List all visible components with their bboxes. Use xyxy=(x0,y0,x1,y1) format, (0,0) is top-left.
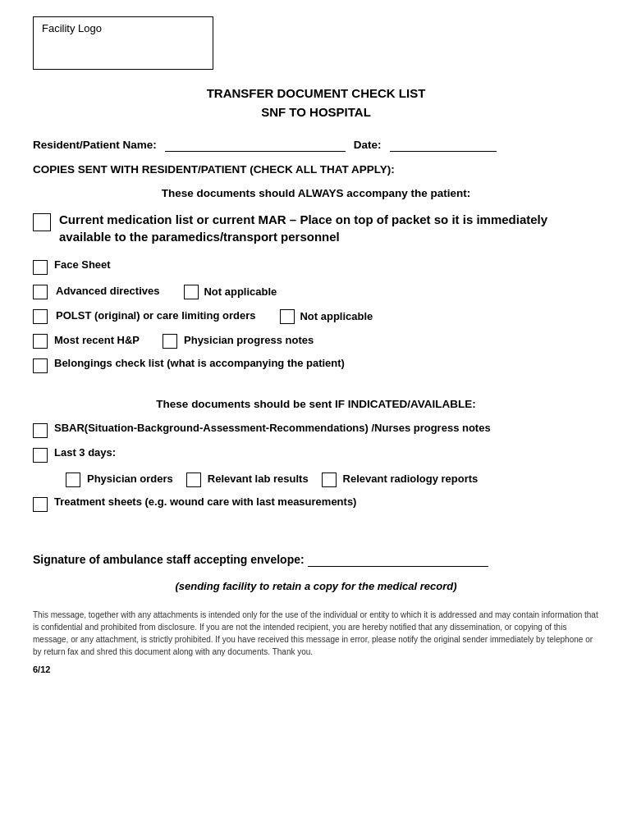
sending-note: (sending facility to retain a copy for t… xyxy=(33,580,599,592)
last3-label: Last 3 days: xyxy=(54,446,116,460)
facility-logo-label: Facility Logo xyxy=(42,22,102,34)
advanced-directives-row: Advanced directives Not applicable xyxy=(33,283,599,299)
physician-orders-checkbox[interactable] xyxy=(66,472,80,487)
facility-logo-box: Facility Logo xyxy=(33,16,213,70)
sub-title: SNF TO HOSPITAL xyxy=(33,105,599,119)
last3-row: Last 3 days: xyxy=(33,446,599,463)
last3-checkbox[interactable] xyxy=(33,448,48,463)
copies-heading: COPIES SENT WITH RESIDENT/PATIENT (CHECK… xyxy=(33,163,599,176)
advanced-directives-na-group: Not applicable xyxy=(184,283,277,299)
date-field[interactable] xyxy=(390,139,497,152)
physician-orders-row: Physician orders Relevant lab results Re… xyxy=(66,471,599,487)
hp-row: Most recent H&P Physician progress notes xyxy=(33,332,599,349)
sbar-label: SBAR(Situation-Background-Assessment-Rec… xyxy=(54,422,491,436)
polst-checkbox[interactable] xyxy=(33,309,48,324)
physician-notes-checkbox[interactable] xyxy=(163,334,177,349)
face-sheet-row: Face Sheet xyxy=(33,258,599,275)
date-label: Date: xyxy=(354,139,382,151)
belongings-label: Belongings check list (what is accompany… xyxy=(54,357,345,371)
main-title: TRANSFER DOCUMENT CHECK LIST xyxy=(33,86,599,100)
lab-results-checkbox[interactable] xyxy=(186,472,201,487)
patient-name-label: Resident/Patient Name: xyxy=(33,139,157,151)
belongings-checkbox[interactable] xyxy=(33,358,48,373)
polst-na-label: Not applicable xyxy=(300,310,373,322)
current-med-label: Current medication list or current MAR –… xyxy=(59,211,599,245)
signature-section: Signature of ambulance staff accepting e… xyxy=(33,553,599,592)
indicated-note: These documents should be sent IF INDICA… xyxy=(33,398,599,410)
radiology-label: Relevant radiology reports xyxy=(343,472,479,486)
signature-field[interactable] xyxy=(308,553,488,567)
current-med-row: Current medication list or current MAR –… xyxy=(33,211,599,245)
polst-label: POLST (original) or care limiting orders xyxy=(56,309,255,323)
physician-orders-label: Physician orders xyxy=(87,472,173,486)
patient-name-field[interactable] xyxy=(165,139,346,152)
lab-results-label: Relevant lab results xyxy=(208,472,309,486)
face-sheet-label: Face Sheet xyxy=(54,258,111,272)
polst-na-group: Not applicable xyxy=(280,308,373,324)
polst-row: POLST (original) or care limiting orders… xyxy=(33,308,599,324)
advanced-directives-label: Advanced directives xyxy=(56,285,159,299)
treatment-label: Treatment sheets (e.g. wound care with l… xyxy=(54,495,356,509)
advanced-directives-na-label: Not applicable xyxy=(204,285,277,298)
advanced-directives-na-checkbox[interactable] xyxy=(184,285,199,299)
polst-na-checkbox[interactable] xyxy=(280,309,295,324)
disclaimer: This message, together with any attachme… xyxy=(33,609,599,658)
patient-line: Resident/Patient Name: Date: xyxy=(33,139,599,152)
always-note: These documents should ALWAYS accompany … xyxy=(33,187,599,199)
belongings-row: Belongings check list (what is accompany… xyxy=(33,357,599,373)
signature-label: Signature of ambulance staff accepting e… xyxy=(33,553,305,566)
title-section: TRANSFER DOCUMENT CHECK LIST SNF TO HOSP… xyxy=(33,86,599,119)
advanced-directives-checkbox[interactable] xyxy=(33,285,48,299)
signature-line: Signature of ambulance staff accepting e… xyxy=(33,553,599,567)
sbar-row: SBAR(Situation-Background-Assessment-Rec… xyxy=(33,422,599,438)
hp-label: Most recent H&P xyxy=(54,334,140,348)
sbar-checkbox[interactable] xyxy=(33,423,48,438)
treatment-checkbox[interactable] xyxy=(33,497,48,512)
face-sheet-checkbox[interactable] xyxy=(33,260,48,275)
physician-notes-label: Physician progress notes xyxy=(184,334,314,348)
radiology-checkbox[interactable] xyxy=(322,472,337,487)
current-med-checkbox[interactable] xyxy=(33,213,51,231)
hp-checkbox[interactable] xyxy=(33,334,48,349)
treatment-row: Treatment sheets (e.g. wound care with l… xyxy=(33,495,599,512)
version: 6/12 xyxy=(33,664,599,674)
